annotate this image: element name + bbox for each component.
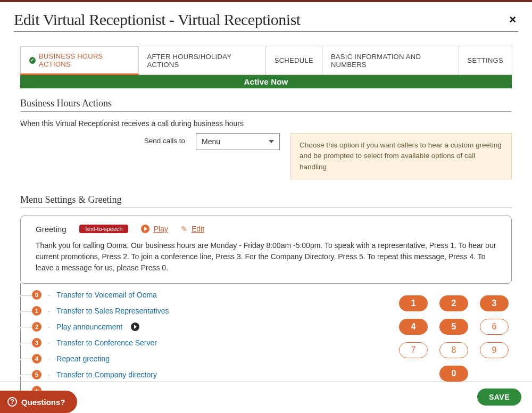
footer: ? Questions? SAVE [0, 382, 532, 413]
questions-button[interactable]: ? Questions? [0, 391, 77, 413]
page-title: Edit Virtual Receptionist - Virtual Rece… [14, 11, 301, 29]
digit-badge: 4 [32, 354, 41, 364]
keypad-8[interactable]: 8 [439, 342, 468, 358]
greeting-body: Thank you for calling Ooma. Our business… [36, 240, 501, 274]
close-icon[interactable]: × [507, 11, 518, 27]
chevron-down-icon [269, 140, 274, 143]
tab-business-hours-actions[interactable]: BUSINESS HOURS ACTIONS [20, 46, 139, 75]
menu-row-4: 4-Repeat greeting [32, 351, 388, 367]
save-button[interactable]: SAVE [477, 389, 521, 406]
question-icon: ? [7, 397, 17, 407]
dash: - [48, 291, 50, 299]
tab-label: SCHEDULE [275, 56, 313, 64]
menu-row-link[interactable]: Transfer to Sales Representatives [56, 307, 169, 315]
play-greeting-button[interactable]: Play [141, 225, 168, 233]
digit-badge: 0 [32, 290, 41, 300]
menu-row-link[interactable]: Transfer to Conference Server [56, 338, 157, 347]
send-calls-select[interactable]: Menu [196, 133, 280, 150]
keypad-1[interactable]: 1 [399, 295, 428, 311]
dash: - [48, 307, 50, 315]
menu-row-link[interactable]: Transfer to Company directory [56, 370, 157, 379]
active-now-banner: Active Now [20, 75, 512, 88]
greeting-label: Greeting [36, 225, 66, 234]
row-prefix: Transfer to Conference Server [56, 338, 157, 347]
keypad-5[interactable]: 5 [439, 319, 468, 335]
digit-badge: 2 [32, 322, 41, 332]
dash: - [48, 354, 50, 362]
section-title-business-hours: Business Hours Actions [20, 98, 512, 112]
menu-row-link[interactable]: Repeat greeting [56, 354, 110, 363]
tabs: BUSINESS HOURS ACTIONS AFTER HOURS/HOLID… [20, 46, 512, 75]
select-value: Menu [202, 137, 220, 146]
tab-settings[interactable]: SETTINGS [459, 46, 512, 75]
row-prefix: Transfer to Voicemail of [56, 291, 136, 299]
menu-row-link[interactable]: Transfer to Voicemail of Ooma [56, 291, 157, 299]
menu-row-2: 2-Play announcement [32, 319, 388, 335]
digit-badge: 5 [32, 370, 41, 379]
tab-after-hours[interactable]: AFTER HOURS/HOLIDAY ACTIONS [138, 46, 266, 75]
edit-label: Edit [192, 225, 204, 233]
tab-label: SETTINGS [468, 56, 503, 64]
keypad-6[interactable]: 6 [480, 319, 509, 335]
questions-label: Questions? [21, 398, 65, 407]
digit-badge: 3 [32, 338, 41, 348]
help-text: Choose this option if you want callers t… [290, 133, 512, 179]
keypad-4[interactable]: 4 [399, 319, 428, 335]
greeting-card: Greeting Text-to-speech Play ✎ Edit Than… [20, 216, 512, 284]
tab-schedule[interactable]: SCHEDULE [265, 46, 322, 75]
keypad-9[interactable]: 9 [480, 342, 509, 358]
row-prefix: Transfer to [56, 307, 94, 315]
check-icon [29, 57, 36, 64]
menu-row-1: 1-Transfer to Sales Representatives [32, 303, 388, 319]
play-label: Play [154, 225, 168, 233]
row-target: Sales Representatives [94, 307, 169, 315]
tab-label: BASIC INFORMATION AND NUMBERS [331, 53, 450, 69]
menu-row-3: 3-Transfer to Conference Server [32, 335, 388, 351]
intro-text: When this Virtual Receptionist receives … [20, 119, 512, 128]
keypad-7[interactable]: 7 [399, 342, 428, 358]
tab-label: AFTER HOURS/HOLIDAY ACTIONS [147, 53, 257, 69]
pencil-icon: ✎ [181, 225, 187, 233]
keypad-3[interactable]: 3 [480, 295, 509, 311]
menu-row-5: 5-Transfer to Company directory [32, 367, 388, 383]
row-prefix: Transfer to Company directory [56, 370, 157, 379]
tts-badge: Text-to-speech [79, 225, 128, 233]
menu-row-0: 0-Transfer to Voicemail of Ooma [32, 287, 388, 303]
edit-greeting-button[interactable]: ✎ Edit [181, 225, 204, 233]
row-prefix: Play announcement [56, 323, 122, 331]
keypad-0[interactable]: 0 [439, 366, 468, 382]
keypad-2[interactable]: 2 [439, 295, 468, 311]
title-divider [14, 31, 518, 32]
send-calls-label: Send calls to [20, 133, 185, 145]
dash: - [48, 323, 50, 331]
section-title-menu-settings: Menu Settings & Greeting [20, 194, 512, 208]
play-icon [141, 225, 149, 233]
tab-basic-info[interactable]: BASIC INFORMATION AND NUMBERS [322, 46, 459, 75]
row-target: Ooma [137, 291, 157, 299]
tab-label: BUSINESS HOURS ACTIONS [39, 52, 130, 68]
digit-badge: 1 [32, 306, 41, 316]
menu-row-link[interactable]: Play announcement [56, 323, 122, 331]
play-announcement-icon[interactable] [131, 323, 139, 331]
keypad: 1234567890 [399, 287, 512, 382]
dash: - [48, 338, 50, 346]
row-prefix: Repeat greeting [56, 354, 110, 363]
dash: - [48, 370, 50, 378]
